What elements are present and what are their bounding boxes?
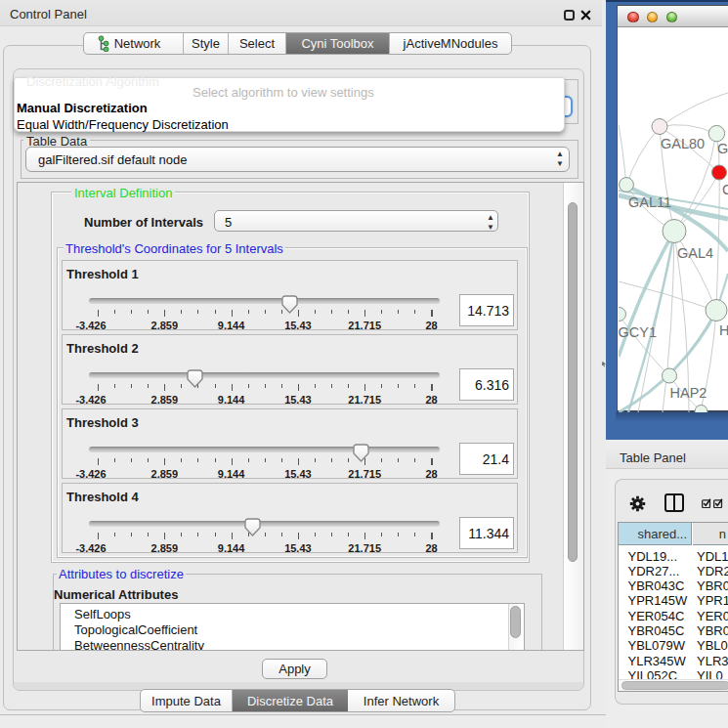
svg-text:GAL4: GAL4 (677, 245, 713, 261)
svg-text:CYC: CYC (722, 182, 728, 197)
svg-text:GCY1: GCY1 (619, 324, 657, 340)
svg-text:HIS4: HIS4 (719, 322, 728, 338)
svg-text:GAL80: GAL80 (661, 136, 705, 151)
svg-text:GAL2: GAL2 (717, 141, 728, 156)
svg-text:HAP2: HAP2 (670, 385, 707, 401)
svg-text:GAL11: GAL11 (628, 194, 671, 210)
